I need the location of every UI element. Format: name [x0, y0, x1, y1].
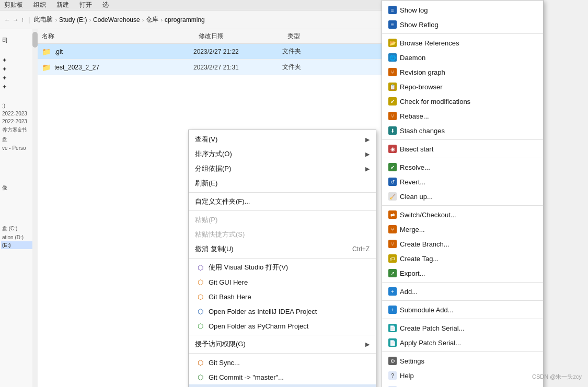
ctx-access[interactable]: 授予访问权限(G) ▶: [189, 337, 376, 351]
sep1: ›: [55, 17, 57, 23]
ctx-create-patch[interactable]: 📄 Create Patch Serial...: [382, 321, 543, 335]
ctx-git-commit[interactable]: ⬡ Git Commit -> "master"...: [189, 370, 376, 384]
ctx-git-bash[interactable]: ⬡ Git Bash Here: [189, 289, 376, 304]
ctx-stash[interactable]: ⬇ Stash changes: [382, 123, 543, 138]
ctx-show-reflog[interactable]: ≡ Show Reflog: [382, 17, 543, 32]
nav-pin2[interactable]: ✦: [1, 65, 36, 74]
ctx-create-branch[interactable]: ⑂ Create Branch...: [382, 237, 543, 251]
forward-button[interactable]: →: [13, 16, 19, 24]
ctx-bisect[interactable]: ◉ Bisect start: [382, 142, 543, 156]
ctx-export-label: Export...: [400, 269, 537, 277]
table-row[interactable]: 📁 .git 2023/2/27 21:22 文件夹: [38, 44, 382, 60]
ctx-undo[interactable]: 撤消 复制(U) Ctrl+Z: [189, 242, 376, 256]
ctx-git-sync-label: Git Sync...: [209, 359, 370, 367]
ctx-help[interactable]: ? Help: [382, 368, 543, 383]
ctx-switch[interactable]: ⇄ Switch/Checkout...: [382, 207, 543, 222]
ctx-create-branch-label: Create Branch...: [400, 240, 537, 248]
ctx-access-label: 授予访问权限(G): [195, 339, 365, 349]
ctx-browse-refs[interactable]: 📂 Browse References: [382, 36, 543, 50]
ctx-daemon[interactable]: 🌐 Daemon: [382, 50, 543, 65]
ctx-rebase-label: Rebase...: [400, 112, 537, 120]
ctx-check-mods[interactable]: ✔ Check for modifications: [382, 94, 543, 109]
file-date: 2023/2/27 21:22: [193, 48, 282, 55]
breadcrumb-divider: |: [28, 16, 30, 24]
daemon-icon: 🌐: [388, 53, 397, 62]
ctx-vs-label: 使用 Visual Studio 打开(V): [209, 263, 370, 272]
up-button[interactable]: ↑: [21, 16, 24, 24]
file-type: 文件夹: [282, 47, 376, 56]
table-row[interactable]: 📁 test_2023_2_27 2023/2/27 21:31 文件夹: [38, 60, 382, 75]
ctx-resolve[interactable]: ✔ Resolve...: [382, 160, 543, 174]
ctx-add[interactable]: + Add...: [382, 284, 543, 299]
ctx-export[interactable]: ↗ Export...: [382, 266, 543, 280]
ctx-git-bash-label: Git Bash Here: [209, 293, 370, 301]
toolbar: 剪贴板 组织 新建 打开 选: [0, 0, 382, 10]
breadcrumb-cangku[interactable]: 仓库: [146, 15, 158, 24]
repo-browser-icon: 📋: [388, 83, 397, 91]
nav-label-ve: ve - Perso: [1, 144, 32, 152]
breadcrumb-pc[interactable]: 此电脑: [34, 15, 53, 24]
nav-label-c: 盘 (C:): [1, 224, 32, 233]
col-date[interactable]: 修改日期: [194, 32, 283, 41]
scrollbar[interactable]: [32, 29, 38, 387]
ctx-rebase[interactable]: ⑂ Rebase...: [382, 109, 543, 123]
sep2: ›: [89, 17, 91, 23]
nav-label-e2[interactable]: (E:): [1, 241, 32, 249]
ctx-submodule-add[interactable]: + Submodule Add...: [382, 302, 543, 317]
nav-pin1[interactable]: ✦: [1, 56, 36, 65]
ctx-repo-browser[interactable]: 📋 Repo-browser: [382, 79, 543, 94]
ctx-r-div8: [382, 351, 543, 352]
ctx-git-commit-label: Git Commit -> "master"...: [209, 373, 370, 381]
ctx-about[interactable]: ℹ About: [382, 383, 543, 387]
scroll-thumb[interactable]: [32, 32, 38, 48]
stash-icon: ⬇: [388, 126, 397, 135]
breadcrumb-cprogramming[interactable]: cprogramming: [165, 16, 205, 24]
ctx-divider1: [189, 192, 376, 193]
ctx-divider4: [189, 335, 376, 335]
ctx-group-label: 分组依据(P): [195, 164, 365, 173]
ctx-vs-open[interactable]: ⬡ 使用 Visual Studio 打开(V): [189, 260, 376, 275]
ctx-revision-graph[interactable]: ⑂ Revision graph: [382, 65, 543, 79]
nav-item-si[interactable]: 司: [1, 36, 36, 45]
ctx-apply-patch[interactable]: 📄 Apply Patch Serial...: [382, 335, 543, 350]
ctx-cleanup[interactable]: 🧹 Clean up...: [382, 189, 543, 204]
intellij-icon: ⬡: [195, 306, 205, 316]
ctx-merge[interactable]: ⑂ Merge...: [382, 222, 543, 237]
ctx-group[interactable]: 分组依据(P) ▶: [189, 161, 376, 176]
ctx-view-label: 查看(V): [195, 135, 365, 144]
ctx-show-log[interactable]: ≡ Show log: [382, 3, 543, 17]
ctx-settings-label: Settings: [400, 357, 537, 365]
ctx-sort-label: 排序方式(O): [195, 149, 365, 159]
ctx-repo-browser-label: Repo-browser: [400, 83, 537, 91]
ctx-settings[interactable]: ⚙ Settings: [382, 354, 543, 368]
ctx-sort[interactable]: 排序方式(O) ▶: [189, 147, 376, 161]
col-name[interactable]: 名称: [38, 32, 194, 41]
ctx-switch-label: Switch/Checkout...: [400, 211, 537, 219]
breadcrumb-codewarehouse[interactable]: CodeWarehouse: [93, 16, 140, 24]
ctx-intellij[interactable]: ⬡ Open Folder as IntelliJ IDEA Project: [189, 304, 376, 319]
toolbar-new: 新建: [56, 1, 69, 9]
ctx-refresh[interactable]: 刷新(E): [189, 176, 376, 191]
ctx-create-tag[interactable]: 🏷 Create Tag...: [382, 251, 543, 266]
col-type[interactable]: 类型: [283, 32, 382, 41]
submodule-add-icon: +: [388, 306, 397, 314]
watermark: CSDN @朱一头zcy: [532, 373, 582, 381]
ctx-cleanup-label: Clean up...: [400, 193, 537, 201]
ctx-revert[interactable]: ↺ Revert...: [382, 174, 543, 189]
ctx-git-gui[interactable]: ⬡ Git GUI Here: [189, 275, 376, 289]
ctx-pycharm[interactable]: ⬡ Open Folder as PyCharm Project: [189, 319, 376, 333]
ctx-pycharm-label: Open Folder as PyCharm Project: [209, 322, 370, 330]
cleanup-icon: 🧹: [388, 192, 397, 201]
ctx-git-sync[interactable]: ⬡ Git Sync...: [189, 355, 376, 370]
breadcrumb-drive[interactable]: Study (E:): [59, 16, 87, 24]
ctx-undo-shortcut: Ctrl+Z: [352, 245, 370, 253]
ctx-view[interactable]: 查看(V) ▶: [189, 132, 376, 147]
create-patch-icon: 📄: [388, 324, 397, 332]
nav-pin3[interactable]: ✦: [1, 74, 36, 83]
back-button[interactable]: ←: [4, 16, 10, 24]
ctx-customize[interactable]: 自定义文件夹(F)...: [189, 194, 376, 209]
nav-pin4[interactable]: ✦: [1, 83, 36, 91]
ctx-show-log-label: Show log: [400, 6, 537, 14]
ctx-divider5: [189, 353, 376, 354]
ctx-tortoisegit[interactable]: 🐢 TortoiseGit ▶: [189, 384, 376, 387]
